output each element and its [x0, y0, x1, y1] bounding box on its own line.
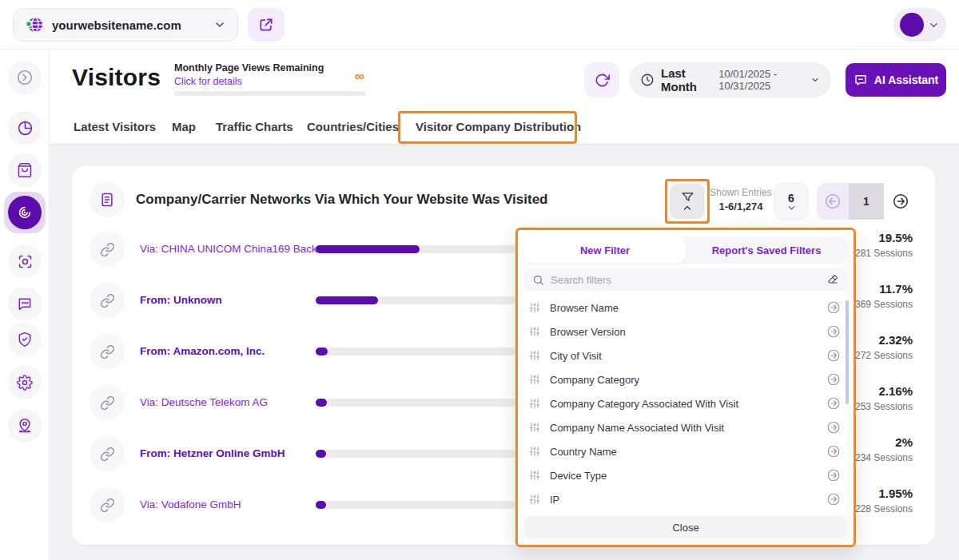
search-input[interactable]	[551, 274, 820, 286]
filter-item-company-category-associated[interactable]: Company Category Associated With Visit	[529, 391, 841, 415]
filter-popup: New Filter Report's Saved Filters Browse…	[515, 228, 856, 547]
quota-progress-bar	[174, 91, 366, 96]
quota-details-link[interactable]: Click for details	[174, 76, 324, 87]
link-icon	[90, 436, 125, 471]
period-range: 10/01/2025 - 10/31/2025	[718, 68, 804, 92]
tab-saved-filters[interactable]: Report's Saved Filters	[686, 236, 847, 264]
chevron-down-icon	[810, 75, 820, 85]
page-size-select[interactable]: 6	[774, 183, 809, 220]
network-link[interactable]: From: Hetzner Online GmbH	[140, 428, 285, 479]
ai-assistant-button[interactable]: AI Assistant	[846, 63, 946, 97]
refresh-button[interactable]	[584, 62, 619, 97]
sliders-icon	[529, 302, 540, 313]
avatar	[900, 13, 924, 37]
sidebar-item-settings[interactable]	[8, 366, 42, 399]
topbar: yourwebsitename.com	[0, 0, 959, 50]
sidebar-item-ecommerce[interactable]	[8, 153, 42, 187]
tab-traffic-charts[interactable]: Traffic Charts	[216, 113, 293, 144]
location-pin-icon	[17, 418, 33, 434]
arrow-right-circle-icon[interactable]	[826, 468, 841, 483]
sidebar-item-visitors[interactable]	[4, 192, 46, 233]
date-range-picker[interactable]: Last Month 10/01/2025 - 10/31/2025	[629, 62, 831, 97]
website-selector[interactable]: yourwebsitename.com	[13, 8, 238, 42]
filter-item-city-of-visit[interactable]: City of Visit	[529, 344, 841, 367]
page-title: Visitors	[72, 64, 161, 91]
filter-item-device-type[interactable]: Device Type	[529, 463, 841, 487]
sidebar-item-expand[interactable]	[8, 61, 42, 94]
tab-visitor-company-distribution[interactable]: Visitor Company Distribution	[416, 113, 581, 144]
open-website-button[interactable]	[248, 8, 285, 42]
filter-item-browser-name[interactable]: Browser Name	[529, 296, 841, 320]
period-label: Last Month	[661, 66, 709, 93]
chevron-down-icon	[928, 19, 940, 31]
chat-bubble-icon	[17, 296, 33, 312]
arrow-right-circle-icon	[892, 193, 909, 210]
scan-target-icon	[17, 253, 34, 270]
arrow-right-circle-icon[interactable]	[826, 492, 841, 506]
quota-block: Monthly Page Views Remaining Click for d…	[174, 62, 324, 87]
tab-countries-cities[interactable]: Countries/Cities	[307, 113, 399, 144]
filter-item-company-name-associated[interactable]: Company Name Associated With Visit	[529, 415, 841, 439]
expand-panel-icon	[16, 69, 34, 86]
sidebar	[0, 50, 50, 560]
link-icon	[90, 385, 125, 420]
arrow-right-circle-icon[interactable]	[826, 396, 841, 411]
filter-item-country-name[interactable]: Country Name	[529, 439, 841, 463]
filter-item-ip[interactable]: IP	[529, 487, 841, 511]
arrow-right-circle-icon[interactable]	[826, 348, 841, 363]
sliders-icon	[529, 446, 540, 457]
filter-search	[524, 268, 847, 291]
eraser-icon[interactable]	[826, 273, 839, 286]
clock-icon	[640, 73, 655, 87]
ai-chat-icon	[854, 73, 868, 87]
arrow-right-circle-icon[interactable]	[826, 324, 841, 339]
user-menu[interactable]	[893, 8, 946, 42]
filter-item-company-category[interactable]: Company Category	[529, 367, 841, 391]
arrow-right-circle-icon[interactable]	[826, 372, 841, 387]
chevron-up-icon	[682, 205, 692, 211]
sliders-icon	[529, 326, 540, 337]
radar-visitors-icon	[16, 204, 34, 221]
tab-new-filter[interactable]: New Filter	[524, 236, 686, 264]
link-icon	[90, 334, 125, 369]
network-link[interactable]: Via: Vodafone GmbH	[140, 479, 241, 530]
tab-map[interactable]: Map	[172, 113, 196, 144]
sidebar-item-privacy[interactable]	[8, 323, 42, 356]
chevron-down-icon	[213, 18, 226, 31]
arrow-right-circle-icon[interactable]	[826, 420, 841, 435]
network-link[interactable]: Via: Deutsche Telekom AG	[140, 377, 268, 428]
sidebar-item-tracking[interactable]	[8, 244, 42, 278]
report-doc-icon	[90, 182, 125, 217]
pagination: 1	[817, 183, 917, 220]
link-icon	[90, 487, 125, 522]
arrow-right-circle-icon[interactable]	[826, 444, 841, 459]
app-root: yourwebsitename.com	[0, 0, 959, 560]
network-link[interactable]: From: Unknown	[140, 275, 222, 326]
page-size-value: 6	[788, 192, 794, 205]
shown-entries-label: Shown Entries	[706, 187, 775, 198]
report-tabs: Latest Visitors Map Traffic Charts Count…	[50, 113, 959, 145]
infinity-icon: ∞	[355, 69, 364, 85]
current-page[interactable]: 1	[849, 183, 884, 220]
arrow-right-circle-icon[interactable]	[826, 300, 841, 315]
close-button[interactable]: Close	[524, 516, 847, 538]
next-page-button[interactable]	[884, 183, 917, 220]
filter-button[interactable]	[670, 184, 705, 219]
filter-item-browser-version[interactable]: Browser Version	[529, 320, 841, 344]
sidebar-item-feedback[interactable]	[8, 287, 42, 320]
filter-popup-tabs: New Filter Report's Saved Filters	[524, 236, 847, 264]
link-icon	[90, 232, 125, 267]
network-link[interactable]: From: Amazon.com, Inc.	[140, 326, 265, 377]
sidebar-item-dashboard[interactable]	[8, 111, 42, 145]
card-title: Company/Carrier Networks Via Which Your …	[136, 182, 548, 217]
sliders-icon	[529, 350, 540, 361]
tab-latest-visitors[interactable]: Latest Visitors	[74, 113, 156, 144]
network-link[interactable]: Via: CHINA UNICOM China169 Backbone	[140, 224, 341, 275]
shown-entries: Shown Entries 1-6/1,274	[706, 187, 775, 212]
funnel-filter-icon	[681, 192, 694, 204]
prev-page-button[interactable]	[817, 183, 849, 220]
sliders-icon	[529, 398, 540, 409]
sidebar-item-locations[interactable]	[8, 409, 42, 443]
popup-scrollbar[interactable]	[846, 300, 849, 404]
shopping-bag-icon	[17, 162, 33, 178]
